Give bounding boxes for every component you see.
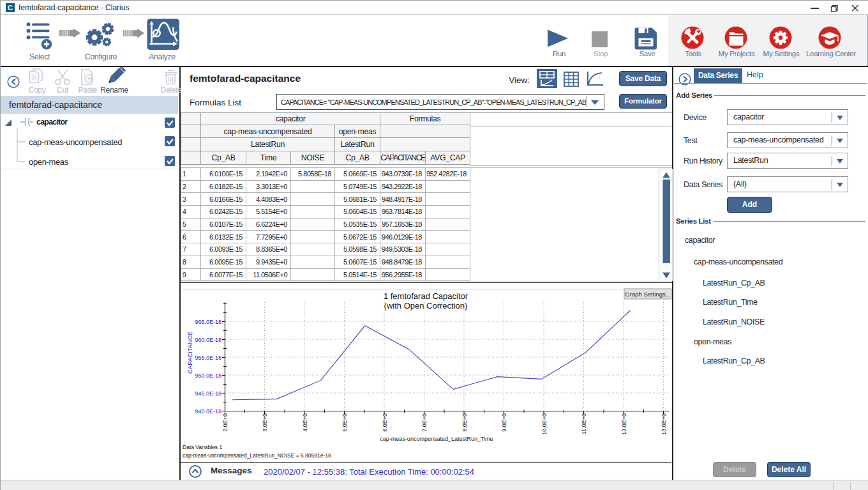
- svg-text:(with Open Correction): (with Open Correction): [384, 301, 468, 310]
- svg-text:940.0E-18: 940.0E-18: [195, 408, 221, 415]
- svg-text:8.0E+0: 8.0E+0: [461, 413, 468, 432]
- svg-text:5.0E+0: 5.0E+0: [341, 413, 348, 432]
- svg-text:11.0E+0: 11.0E+0: [581, 413, 587, 434]
- svg-text:960.0E-18: 960.0E-18: [195, 337, 221, 343]
- svg-text:13.0E+0: 13.0E+0: [661, 413, 667, 435]
- svg-text:7.0E+0: 7.0E+0: [421, 413, 428, 432]
- svg-text:Data Variables 1: Data Variables 1: [183, 444, 222, 450]
- svg-text:Graph Settings...: Graph Settings...: [625, 291, 670, 298]
- svg-text:950.0E-18: 950.0E-18: [195, 372, 221, 379]
- svg-text:12.0E+0: 12.0E+0: [621, 413, 627, 435]
- svg-text:10.0E+0: 10.0E+0: [541, 413, 548, 435]
- svg-text:1 femtofarad Capacitor: 1 femtofarad Capacitor: [384, 291, 468, 301]
- svg-text:6.0E+0: 6.0E+0: [382, 413, 388, 432]
- svg-text:CAPACITANCE: CAPACITANCE: [186, 332, 193, 374]
- svg-text:cap-meas-uncompensated_LatestR: cap-meas-uncompensated_LatestRun_Time: [380, 436, 493, 442]
- svg-text:4.0E+0: 4.0E+0: [302, 413, 308, 432]
- svg-text:2.0E+0: 2.0E+0: [222, 413, 228, 432]
- svg-text:9.0E+0: 9.0E+0: [501, 413, 507, 432]
- svg-text:965.0E-18: 965.0E-18: [195, 319, 221, 325]
- svg-text:945.0E-18: 945.0E-18: [195, 390, 221, 397]
- svg-text:955.0E-18: 955.0E-18: [195, 355, 221, 361]
- svg-text:cap-meas-uncompensated_LatestR: cap-meas-uncompensated_LatestRun_NOISE =…: [183, 452, 331, 459]
- svg-text:3.0E+0: 3.0E+0: [262, 413, 268, 432]
